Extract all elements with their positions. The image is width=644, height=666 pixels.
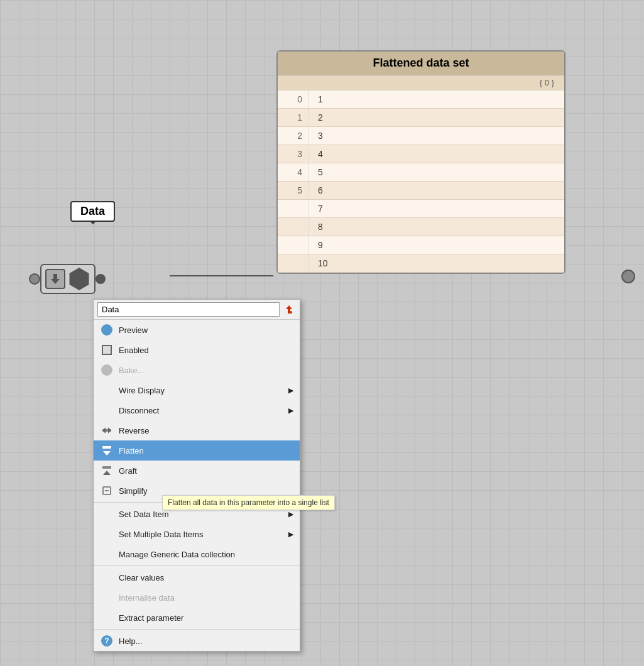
data-panel-title: Flattened data set (278, 52, 564, 75)
svg-marker-9 (103, 471, 111, 475)
menu-item-label: Wire Display (119, 386, 288, 395)
svg-rect-10 (102, 466, 111, 469)
svg-rect-7 (102, 446, 111, 449)
row-index: 4 (278, 163, 309, 181)
row-index (278, 236, 309, 254)
row-index (278, 218, 309, 236)
graft-icon (100, 464, 114, 478)
menu-item-bake[interactable]: Bake... (94, 360, 300, 380)
reverse-icon (100, 423, 114, 437)
menu-item-extract-parameter[interactable]: Extract parameter (94, 608, 300, 628)
data-panel-subheader: { 0 } (278, 75, 564, 90)
menu-item-label: Disconnect (119, 406, 288, 415)
menu-name-input[interactable] (97, 302, 280, 317)
table-row: 0 1 (278, 90, 564, 109)
menu-item-label: Simplify (119, 486, 293, 496)
menu-item-label: Enabled (119, 346, 293, 355)
row-value: 8 (309, 218, 332, 236)
table-row: 4 5 (278, 163, 564, 182)
row-value: 3 (309, 127, 332, 145)
help-icon: ? (100, 634, 114, 648)
clear-values-icon (100, 570, 114, 584)
menu-separator (94, 629, 300, 630)
data-panel: Flattened data set { 0 } 0 1 1 2 2 3 3 4… (276, 50, 565, 274)
menu-input-row (94, 300, 300, 320)
row-value: 4 (309, 145, 332, 163)
submenu-arrow: ▶ (288, 510, 293, 518)
flatten-tooltip: Flatten all data in this parameter into … (162, 495, 335, 510)
menu-item-label: Graft (119, 466, 293, 476)
enabled-icon (100, 343, 114, 357)
pin-icon[interactable] (282, 303, 296, 317)
manage-generic-data-icon (100, 547, 114, 561)
flatten-tooltip-text: Flatten all data in this parameter into … (168, 498, 329, 507)
svg-marker-5 (102, 427, 106, 434)
menu-item-flatten[interactable]: Flatten (94, 440, 300, 461)
data-tooltip-label: Data (80, 205, 105, 217)
row-index: 3 (278, 145, 309, 163)
row-index (278, 254, 309, 272)
menu-item-graft[interactable]: Graft (94, 461, 300, 481)
menu-item-label: Set Data Item (119, 510, 288, 519)
menu-item-help[interactable]: ? Help... (94, 631, 300, 651)
menu-item-label: Internalise data (119, 593, 293, 603)
node-left-handle[interactable] (29, 273, 40, 285)
menu-item-preview[interactable]: Preview (94, 320, 300, 340)
menu-item-wire-display[interactable]: Wire Display ▶ (94, 380, 300, 400)
svg-marker-8 (103, 451, 111, 456)
node-body (40, 264, 96, 294)
node-right-connector[interactable] (96, 274, 106, 284)
node-hex-shape (68, 268, 90, 290)
row-index: 5 (278, 182, 309, 199)
svg-marker-6 (108, 427, 111, 434)
row-index: 1 (278, 109, 309, 126)
menu-item-clear-values[interactable]: Clear values (94, 567, 300, 587)
submenu-arrow: ▶ (288, 386, 293, 395)
row-value: 1 (309, 90, 332, 108)
node-container (29, 264, 106, 294)
menu-item-enabled[interactable]: Enabled (94, 340, 300, 360)
row-index (278, 200, 309, 217)
menu-item-internalise-data[interactable]: Internalise data (94, 587, 300, 608)
table-row: 8 (278, 218, 564, 236)
set-data-item-icon (100, 507, 114, 521)
submenu-arrow: ▶ (288, 407, 293, 415)
simplify-icon (100, 484, 114, 498)
far-right-handle[interactable] (621, 270, 635, 283)
internalise-data-icon (100, 591, 114, 604)
wire-display-icon (100, 383, 114, 397)
row-index: 2 (278, 127, 309, 145)
preview-icon (100, 323, 114, 337)
menu-item-label: Flatten (119, 446, 293, 456)
disconnect-icon (100, 403, 114, 417)
menu-item-label: Reverse (119, 426, 293, 435)
row-value: 2 (309, 109, 332, 126)
table-row: 7 (278, 200, 564, 218)
table-row: 10 (278, 254, 564, 273)
node-down-arrow-icon (49, 273, 62, 285)
submenu-arrow: ▶ (288, 530, 293, 538)
node-icon-box (45, 269, 65, 289)
menu-item-disconnect[interactable]: Disconnect ▶ (94, 400, 300, 420)
bake-icon (100, 363, 114, 377)
menu-item-reverse[interactable]: Reverse (94, 420, 300, 440)
menu-item-manage-generic-data[interactable]: Manage Generic Data collection (94, 544, 300, 564)
table-row: 5 6 (278, 182, 564, 200)
wire-connection (170, 275, 273, 276)
menu-item-label: Preview (119, 325, 293, 335)
table-row: 1 2 (278, 109, 564, 127)
context-menu: Preview Enabled Bake... Wire Display ▶ D… (93, 299, 300, 652)
table-row: 9 (278, 236, 564, 254)
table-row: 3 4 (278, 145, 564, 163)
menu-item-label: Manage Generic Data collection (119, 550, 293, 559)
extract-parameter-icon (100, 611, 114, 625)
menu-item-label: Bake... (119, 366, 293, 375)
svg-marker-1 (51, 279, 60, 284)
menu-item-label: Extract parameter (119, 613, 293, 623)
menu-separator (94, 565, 300, 566)
menu-item-set-multiple-data-items[interactable]: Set Multiple Data Items ▶ (94, 524, 300, 544)
flatten-icon (100, 444, 114, 457)
svg-point-3 (290, 311, 292, 314)
menu-item-label: Help... (119, 636, 293, 646)
row-index: 0 (278, 90, 309, 108)
